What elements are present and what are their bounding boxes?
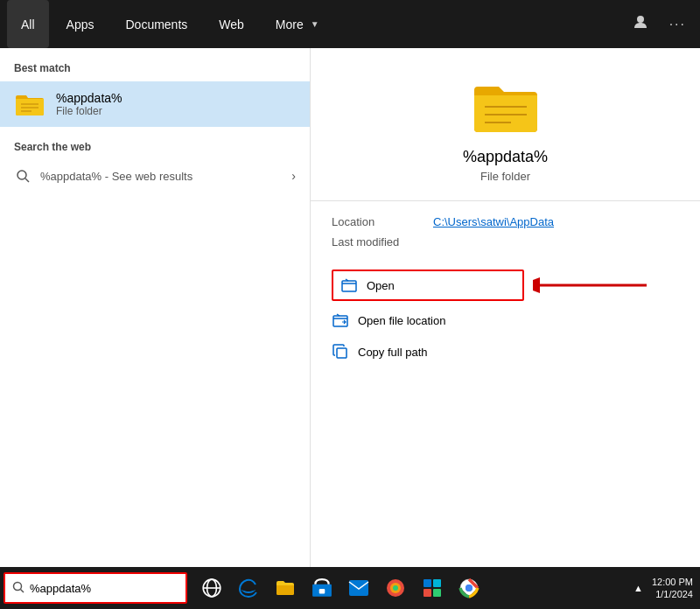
divider [311,200,700,201]
location-row: Location C:\Users\satwi\AppData [332,215,679,228]
web-query: %appdata% [40,170,102,183]
photos-icon[interactable] [378,567,413,609]
tab-all-label: All [21,18,35,32]
best-match-item[interactable]: %appdata% File folder [0,81,310,127]
open-file-location-action[interactable]: Open file location [332,304,679,336]
svg-rect-26 [433,579,441,587]
chevron-right-icon: › [291,169,296,183]
svg-rect-25 [424,579,431,587]
search-box[interactable]: %appdata% [4,572,187,604]
taskbar: %appdata% [0,567,700,609]
tab-documents[interactable]: Documents [111,0,201,48]
svg-rect-28 [433,589,441,597]
chevron-down-icon: ▼ [311,19,319,29]
svg-point-31 [466,584,472,592]
file-explorer-icon[interactable] [268,567,303,609]
modified-row: Last modified [332,235,679,248]
search-icon [14,167,32,185]
copy-full-path-action[interactable]: Copy full path [332,336,679,368]
web-section-label: Search the web [0,127,310,160]
red-arrow-annotation [533,272,655,298]
best-match-name: %appdata% [56,91,122,105]
svg-rect-27 [424,589,431,597]
right-subtitle: File folder [480,170,530,183]
chrome-icon[interactable] [452,567,486,609]
tab-web-label: Web [219,18,244,32]
tab-apps[interactable]: Apps [52,0,108,48]
modified-label: Last modified [332,235,419,248]
settings-icon[interactable] [415,567,450,609]
copy-full-path-label: Copy full path [358,346,428,359]
svg-line-5 [25,178,29,182]
svg-rect-13 [337,348,346,358]
svg-point-14 [14,582,22,590]
open-icon [340,276,358,294]
system-tray: ▲ [634,583,643,593]
svg-line-15 [21,589,24,592]
location-label: Location [332,215,419,228]
right-title: %appdata% [463,148,548,166]
time: 12:00 PM [652,576,693,588]
taskbar-right: ▲ 12:00 PM 1/1/2024 [634,576,700,601]
main-content: Best match %appdata% File folder Search … [0,48,700,567]
tab-more-label: More [276,18,304,32]
location-value[interactable]: C:\Users\satwi\AppData [433,215,554,228]
taskview-icon[interactable] [194,567,229,609]
svg-point-24 [393,585,398,591]
ellipsis-icon[interactable]: ··· [662,13,693,36]
folder-icon-large [471,74,541,137]
taskbar-search-icon [12,581,24,596]
meta-section: Location C:\Users\satwi\AppData Last mod… [311,215,700,256]
top-navigation: All Apps Documents Web More ▼ ··· [0,0,700,48]
search-box-text: %appdata% [30,582,91,595]
edge-icon[interactable] [231,567,266,609]
svg-rect-9 [342,281,356,291]
time-display: 12:00 PM 1/1/2024 [652,576,693,601]
tab-apps-label: Apps [66,18,94,32]
nav-right-icons: ··· [626,10,693,38]
best-match-label: Best match [0,59,310,81]
tab-documents-label: Documents [125,18,187,32]
date: 1/1/2024 [652,588,693,600]
left-panel: Best match %appdata% File folder Search … [0,48,311,567]
svg-rect-20 [319,589,326,593]
web-search-item[interactable]: %appdata% - See web results › [0,160,310,192]
open-label: Open [367,279,395,292]
mail-icon[interactable] [341,567,376,609]
tab-all[interactable]: All [7,0,49,48]
web-suffix: - See web results [102,170,192,183]
taskbar-icons [194,567,486,609]
open-file-location-icon [332,312,349,329]
store-icon[interactable] [304,567,340,609]
svg-rect-21 [349,580,368,596]
tab-web[interactable]: Web [205,0,258,48]
best-match-text: %appdata% File folder [56,91,122,117]
copy-full-path-icon [332,343,349,360]
svg-point-4 [18,171,26,179]
web-search-text: %appdata% - See web results [40,170,192,183]
person-icon[interactable] [626,10,655,38]
tab-more[interactable]: More ▼ [262,0,333,48]
open-action[interactable]: Open [332,270,524,301]
folder-icon-small [14,90,46,118]
svg-point-0 [637,16,644,23]
best-match-type: File folder [56,105,122,117]
right-panel: %appdata% File folder Location C:\Users\… [311,48,700,567]
actions-section: Open [311,270,700,368]
open-file-location-label: Open file location [358,314,445,327]
